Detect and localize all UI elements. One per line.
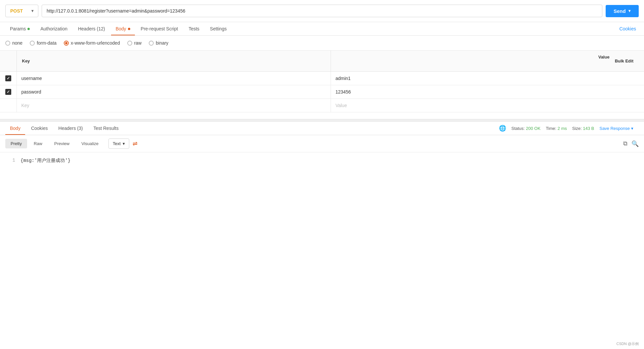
value-cell-2: [331, 85, 644, 99]
method-label: POST: [10, 8, 23, 14]
check-icon-2: ✓: [7, 90, 10, 94]
tab-params-label: Params: [10, 26, 26, 31]
radio-none-label: none: [12, 40, 22, 46]
copy-icon[interactable]: ⧉: [623, 140, 627, 147]
wrap-icon[interactable]: ⇌: [133, 140, 138, 147]
tab-tests[interactable]: Tests: [184, 22, 204, 35]
format-type-label: Text: [113, 141, 121, 146]
method-selector[interactable]: POST ▾: [5, 5, 38, 17]
checkbox-cell-1[interactable]: ✓: [0, 72, 17, 85]
format-type-chevron-icon: ▾: [123, 141, 125, 146]
send-chevron-icon: ▾: [628, 9, 630, 13]
url-input[interactable]: [42, 5, 602, 17]
key-input-3[interactable]: [17, 99, 331, 112]
time-label: Time: 2 ms: [546, 126, 567, 131]
format-tabs-row: Pretty Raw Preview Visualize Text ▾ ⇌ ⧉ …: [0, 135, 644, 152]
tab-authorization[interactable]: Authorization: [36, 22, 72, 35]
radio-form-data-label: form-data: [37, 40, 57, 46]
tab-body-label: Body: [116, 26, 126, 31]
size-label: Size: 143 B: [572, 126, 594, 131]
format-raw-label: Raw: [34, 141, 42, 146]
table-row: ✓: [0, 85, 644, 99]
search-icon[interactable]: 🔍: [631, 140, 639, 147]
radio-raw[interactable]: raw: [127, 40, 142, 46]
radio-raw-label: raw: [134, 40, 142, 46]
format-tab-raw[interactable]: Raw: [28, 139, 48, 148]
tab-params[interactable]: Params: [5, 22, 34, 35]
response-tab-test-results-label: Test Results: [93, 126, 118, 131]
checkbox-1[interactable]: ✓: [5, 75, 11, 81]
time-value: 2 ms: [558, 126, 567, 131]
radio-urlencoded-circle: [64, 41, 69, 46]
tab-body[interactable]: Body: [111, 22, 135, 35]
tab-pre-request[interactable]: Pre-request Script: [136, 22, 183, 35]
response-tab-body[interactable]: Body: [5, 122, 25, 135]
tab-authorization-label: Authorization: [40, 26, 67, 31]
tab-settings[interactable]: Settings: [205, 22, 231, 35]
format-tab-pretty[interactable]: Pretty: [5, 139, 27, 148]
checkbox-2[interactable]: ✓: [5, 89, 11, 95]
line-number-1: 1: [5, 158, 15, 163]
value-input-1[interactable]: [331, 72, 644, 85]
section-divider: [0, 119, 644, 122]
format-tab-preview[interactable]: Preview: [49, 139, 75, 148]
params-dot: [27, 28, 30, 30]
response-tab-headers[interactable]: Headers (3): [54, 122, 88, 135]
key-cell-1: [17, 72, 331, 85]
response-tab-cookies[interactable]: Cookies: [26, 122, 53, 135]
radio-form-data-circle: [30, 41, 35, 46]
response-json: {msg:'用户注册成功'}: [20, 158, 70, 164]
key-cell-2: [17, 85, 331, 99]
size-value: 143 B: [583, 126, 594, 131]
radio-urlencoded-label: x-www-form-urlencoded: [71, 40, 120, 46]
save-response-label: Save Response: [599, 126, 630, 131]
key-input-2[interactable]: [17, 85, 331, 98]
send-label: Send: [614, 8, 626, 14]
code-line-1: 1 {msg:'用户注册成功'}: [5, 158, 639, 164]
request-tabs: Params Authorization Headers (12) Body P…: [0, 22, 644, 36]
kv-table: Key Value Bulk Edit ✓: [0, 51, 644, 112]
checkbox-cell-2[interactable]: ✓: [0, 85, 17, 99]
col-checkbox: [0, 51, 17, 72]
send-button[interactable]: Send ▾: [606, 5, 639, 17]
response-tab-cookies-label: Cookies: [31, 126, 48, 131]
tab-headers-label: Headers (12): [78, 26, 105, 31]
value-input-2[interactable]: [331, 85, 644, 98]
radio-x-www-form-urlencoded[interactable]: x-www-form-urlencoded: [64, 40, 120, 46]
format-preview-label: Preview: [54, 141, 69, 146]
tab-headers[interactable]: Headers (12): [73, 22, 110, 35]
method-chevron-icon: ▾: [31, 9, 33, 13]
tab-pre-request-label: Pre-request Script: [141, 26, 178, 31]
body-type-row: none form-data x-www-form-urlencoded raw…: [0, 36, 644, 51]
response-tabs-row: Body Cookies Headers (3) Test Results 🌐 …: [0, 122, 644, 135]
table-row: [0, 99, 644, 112]
radio-binary[interactable]: binary: [149, 40, 168, 46]
radio-none[interactable]: none: [5, 40, 22, 46]
save-response-button[interactable]: Save Response ▾: [599, 126, 633, 131]
tab-tests-label: Tests: [188, 26, 199, 31]
format-type-select[interactable]: Text ▾: [108, 138, 129, 149]
radio-none-circle: [5, 41, 10, 46]
body-dot: [128, 28, 130, 30]
response-tab-test-results[interactable]: Test Results: [89, 122, 123, 135]
format-visualize-label: Visualize: [81, 141, 99, 146]
cookies-link[interactable]: Cookies: [617, 22, 639, 35]
radio-form-data[interactable]: form-data: [30, 40, 57, 46]
status-value: 200 OK: [526, 126, 541, 131]
format-tab-visualize[interactable]: Visualize: [76, 139, 104, 148]
value-input-3[interactable]: [331, 99, 644, 112]
response-body: 1 {msg:'用户注册成功'}: [0, 152, 644, 169]
save-response-chevron-icon: ▾: [631, 126, 633, 131]
checkbox-cell-3: [0, 99, 17, 112]
col-value-header: Value Bulk Edit: [331, 51, 644, 72]
bulk-edit-button[interactable]: Bulk Edit: [610, 55, 639, 67]
radio-binary-circle: [149, 41, 154, 46]
key-input-1[interactable]: [17, 72, 331, 85]
value-cell-1: [331, 72, 644, 85]
col-key-header: Key: [17, 51, 331, 72]
globe-icon: 🌐: [499, 125, 506, 132]
tab-settings-label: Settings: [210, 26, 227, 31]
format-pretty-label: Pretty: [11, 141, 22, 146]
response-tab-body-label: Body: [10, 126, 20, 131]
response-status-bar: 🌐 Status: 200 OK Time: 2 ms Size: 143 B …: [494, 125, 639, 132]
